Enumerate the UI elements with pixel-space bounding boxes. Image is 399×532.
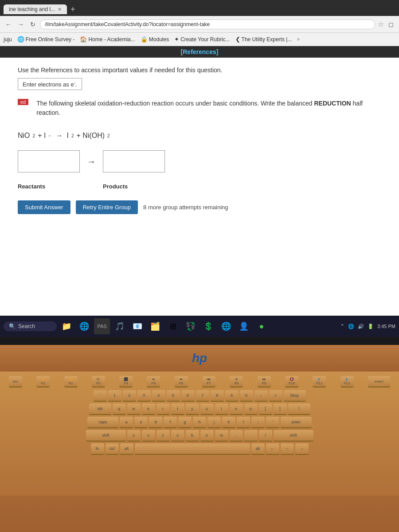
new-tab-button[interactable]: + — [67, 5, 79, 14]
key-shift-right[interactable]: shift — [274, 430, 313, 442]
address-bar[interactable]: /ilm/takeAssignment/takeCovalentActivity… — [40, 20, 375, 29]
key-alt-right[interactable]: alt — [251, 443, 265, 455]
key-e[interactable]: e — [142, 403, 155, 415]
taskbar-dollar[interactable]: 💲 — [200, 318, 216, 334]
key-h[interactable]: h — [193, 417, 206, 428]
key-u[interactable]: u — [200, 403, 214, 415]
key-q[interactable]: q — [113, 403, 126, 415]
key-x[interactable]: x — [142, 430, 155, 442]
key-tab[interactable]: tab — [89, 403, 111, 415]
key-v[interactable]: v — [171, 430, 184, 442]
key-f2[interactable]: 🔆F2 — [64, 376, 78, 387]
products-input[interactable] — [103, 150, 165, 172]
retry-entire-group-button[interactable]: Retry Entire Group — [76, 200, 138, 214]
key-alt-left[interactable]: alt — [120, 443, 133, 455]
forward-button[interactable]: → — [16, 20, 26, 29]
key-backslash[interactable]: \ — [288, 403, 310, 415]
key-z[interactable]: z — [127, 430, 141, 442]
key-0[interactable]: 0 — [240, 390, 253, 402]
key-f11[interactable]: 🔉F11 — [313, 376, 326, 387]
taskbar-transfer[interactable]: 💱 — [183, 318, 199, 334]
tab-close-button[interactable]: ✕ — [58, 7, 62, 12]
key-shift-left[interactable]: shift — [86, 430, 126, 442]
key-period[interactable]: . — [244, 430, 258, 442]
key-f9[interactable]: ⏭F9 — [258, 376, 271, 387]
key-equals[interactable]: = — [269, 390, 282, 402]
key-s[interactable]: s — [134, 417, 148, 428]
extensions-button[interactable]: ◻ — [387, 20, 395, 29]
key-4[interactable]: 4 — [152, 390, 165, 402]
key-8[interactable]: 8 — [211, 390, 224, 402]
key-f4[interactable]: ⬛F4 — [119, 376, 133, 387]
key-y[interactable]: y — [186, 403, 199, 415]
taskbar-browser[interactable]: 🌐 — [76, 318, 92, 334]
key-arrow-right[interactable]: → — [295, 443, 309, 455]
bookmark-free-survey[interactable]: 🌐 Free Online Survey - — [17, 36, 75, 43]
key-k[interactable]: k — [222, 417, 235, 428]
key-slash[interactable]: / — [259, 430, 272, 442]
key-7[interactable]: 7 — [196, 390, 209, 402]
key-1[interactable]: 1 — [108, 390, 121, 402]
key-minus[interactable]: - — [254, 390, 268, 402]
key-f1[interactable]: 🔅F1 — [36, 376, 50, 387]
bookmark-star-button[interactable]: ☆ — [378, 20, 384, 28]
key-f10[interactable]: 🔇F10 — [285, 376, 298, 387]
key-arrow-up-down[interactable]: ↑↓ — [281, 443, 294, 455]
key-insert[interactable]: insert — [368, 376, 390, 387]
bookmark-home-academia[interactable]: 🏠 Home - Academia... — [80, 36, 135, 43]
key-t[interactable]: t — [171, 403, 184, 415]
taskbar-person[interactable]: 👤 — [236, 318, 252, 334]
key-backspace[interactable]: bksp — [284, 390, 306, 402]
refresh-button[interactable]: ↻ — [28, 20, 37, 29]
key-f6[interactable]: ➡F6 — [175, 376, 188, 387]
key-n[interactable]: n — [200, 430, 214, 442]
key-backtick[interactable]: ` — [94, 390, 107, 402]
more-bookmarks-chevron[interactable]: » — [297, 37, 300, 42]
key-f[interactable]: f — [164, 417, 177, 428]
submit-answer-button[interactable]: Submit Answer — [18, 200, 70, 214]
key-r[interactable]: r — [156, 403, 170, 415]
key-g[interactable]: g — [178, 417, 192, 428]
key-f8[interactable]: ⏸F8 — [230, 376, 243, 387]
key-2[interactable]: 2 — [123, 390, 136, 402]
key-b[interactable]: b — [186, 430, 199, 442]
key-bracket-close[interactable]: ] — [274, 403, 287, 415]
bookmark-modules[interactable]: 🔒 Modules — [141, 36, 169, 43]
key-quote[interactable]: ' — [266, 417, 279, 428]
key-space[interactable] — [135, 443, 250, 455]
key-comma[interactable]: , — [230, 430, 243, 442]
key-p[interactable]: p — [244, 403, 258, 415]
key-o[interactable]: o — [230, 403, 243, 415]
key-ctrl[interactable]: ctrl — [106, 443, 119, 455]
key-w[interactable]: w — [127, 403, 141, 415]
key-f3[interactable]: ⊡F3 — [92, 376, 105, 387]
active-tab[interactable]: ine teaching and l... ✕ — [4, 4, 67, 14]
taskbar-file-manager[interactable]: 📁 — [59, 318, 74, 334]
key-semicolon[interactable]: ; — [251, 417, 265, 428]
references-bar[interactable]: [References] — [0, 46, 399, 58]
key-bracket-open[interactable]: [ — [259, 403, 272, 415]
key-a[interactable]: a — [120, 417, 133, 428]
key-esc[interactable]: esc — [9, 376, 22, 387]
taskbar-search[interactable]: 🔍 Search — [4, 321, 57, 331]
key-j[interactable]: j — [207, 417, 221, 428]
key-fn[interactable]: fn — [91, 443, 104, 455]
taskbar-green[interactable]: ● — [254, 318, 270, 334]
key-f5[interactable]: ⬅F5 — [147, 376, 160, 387]
key-d[interactable]: d — [149, 417, 162, 428]
reactants-input[interactable] — [18, 150, 80, 172]
key-m[interactable]: m — [215, 430, 228, 442]
key-arrow-left[interactable]: ← — [266, 443, 279, 455]
key-3[interactable]: 3 — [137, 390, 151, 402]
key-caps[interactable]: caps — [87, 417, 118, 428]
key-f12[interactable]: 🔊F12 — [340, 376, 354, 387]
key-6[interactable]: 6 — [181, 390, 195, 402]
key-i[interactable]: i — [215, 403, 228, 415]
key-c[interactable]: c — [156, 430, 170, 442]
key-enter[interactable]: enter — [281, 417, 312, 428]
key-l[interactable]: l — [237, 417, 250, 428]
taskbar-files[interactable]: 🗂️ — [147, 318, 163, 334]
bookmark-create-rubric[interactable]: ✦ Create Your Rubric... — [174, 36, 230, 43]
taskbar-email[interactable]: 📧 — [129, 318, 145, 334]
key-9[interactable]: 9 — [225, 390, 239, 402]
